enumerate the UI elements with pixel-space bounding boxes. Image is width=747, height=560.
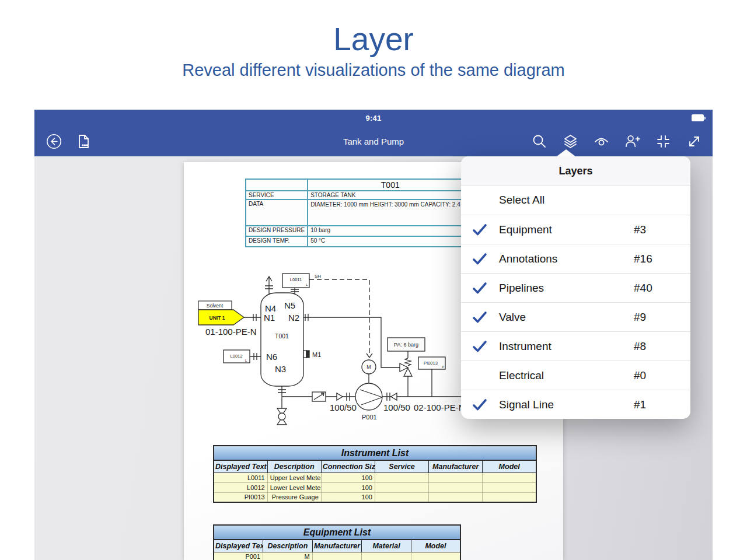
cell [375,473,428,482]
table-row: P001 M [214,552,460,560]
cell [483,492,536,502]
l0012-label: L0012 [231,354,243,359]
checkmark-icon [472,340,488,354]
cell: 100 [321,492,375,502]
table-row: PI0013 Pressure Guage 100 [214,492,536,502]
tank-label: T001 [275,332,289,340]
reducer-in [337,393,343,400]
layer-count: #40 [634,282,652,295]
layer-name: Electrical [499,369,544,382]
col-header: Displayed Text [214,460,267,473]
layer-row-valve[interactable]: Valve #9 [461,302,690,331]
checkmark-icon [472,398,488,412]
add-person-icon[interactable] [624,134,640,149]
select-all-row[interactable]: Select All [461,186,690,215]
page-subtitle: Reveal different visualizations of the s… [0,61,747,80]
check-placeholder [472,193,488,207]
page-title: Layer [0,21,747,57]
checkmark-icon [472,252,488,266]
layer-name: Instrument [499,340,551,353]
layer-count: #1 [634,398,646,411]
equipment-list-title: Equipment List [214,525,460,540]
pi0013-sub: P [442,365,444,369]
col-header: Service [375,460,428,473]
cell: M [263,552,313,560]
m1-connection-cap [306,351,309,358]
cell [429,473,483,482]
checkmark-icon [472,223,488,237]
col-header: Manufacturer [429,460,483,473]
cell: Lower Level Meter [267,482,321,492]
nozzle-n1: N1 [264,313,275,323]
app-window: 9:41 Tank and Pump [34,110,713,560]
sh-label: SH [315,274,321,279]
nozzle-n2: N2 [288,313,299,323]
pa-setting-label: PA: 6 barg [394,342,418,348]
clock: 9:41 [34,114,713,123]
hero-section: Layer Reveal different visualizations of… [0,21,747,80]
cell [483,473,536,482]
visibility-eye-icon[interactable] [594,134,609,149]
layer-name: Pipelines [499,282,544,295]
search-icon[interactable] [532,134,547,149]
cell [362,552,411,560]
layer-row-signal-line[interactable]: Signal Line #1 [461,390,690,419]
checkmark-icon [472,310,488,324]
cell [429,482,483,492]
cell [375,492,428,502]
layers-icon[interactable] [563,134,578,149]
popover-pointer [557,149,575,156]
unit1-label: UNIT 1 [210,315,225,321]
layer-row-equipment[interactable]: Equipment #3 [461,215,690,244]
inlet-pipe-n1 [244,314,261,321]
motor-label: M [366,364,371,370]
cell: 100 [321,482,375,492]
cell [429,492,483,502]
cell [483,482,536,492]
layer-count: #8 [634,340,646,353]
m1-connection [303,351,306,358]
col-header: Description [267,460,321,473]
cell [312,552,362,560]
layer-row-instrument[interactable]: Instrument #8 [461,331,690,360]
layer-count: #3 [634,223,646,236]
pipe-size-1: 100/50 [330,402,357,412]
checkmark-icon [472,281,488,295]
tank-bottom-pipe [278,386,286,408]
fullscreen-resize-icon[interactable] [686,134,702,149]
reducer-out [391,393,397,400]
layer-count: #9 [634,311,646,324]
layer-row-electrical[interactable]: Electrical #0 [461,360,690,390]
layer-row-annotations[interactable]: Annotations #16 [461,244,690,273]
nozzle-n5: N5 [284,300,295,310]
col-header: Model [483,460,536,473]
select-all-label: Select All [499,194,544,206]
toolbar: Tank and Pump [34,126,713,156]
pi0013-label: PI0013 [424,360,438,366]
cell: PI0013 [214,492,267,502]
layers-popover: Layers Select All Equipment #3 Annotatio… [461,156,690,419]
layer-count: #16 [634,253,652,265]
drain-valve-ball [278,413,285,420]
pipeline1-label: 01-100-PE-N [205,327,257,337]
cell: Upper Level Meter [267,473,321,482]
layer-name: Signal Line [499,398,554,411]
table-row: L0011 Upper Level Meter 100 [214,473,536,482]
pump-p001[interactable] [355,383,382,410]
instrument-list-title: Instrument List [214,446,536,460]
cell: 100 [321,473,375,482]
cell: L0011 [214,473,267,482]
cell: L0012 [214,482,267,492]
popover-title: Layers [461,156,690,186]
nozzle-n6-flange [250,353,261,360]
m1-label: M1 [312,351,321,358]
cell [375,482,428,492]
col-header: Manufacturer [312,540,362,552]
signal-arrow [366,354,372,358]
layer-name: Annotations [499,253,557,265]
cell [411,552,460,560]
fit-to-window-icon[interactable] [655,134,671,149]
layer-row-pipelines[interactable]: Pipelines #40 [461,273,690,302]
layer-name: Equipment [499,223,552,236]
pipe-n2 [303,314,400,368]
